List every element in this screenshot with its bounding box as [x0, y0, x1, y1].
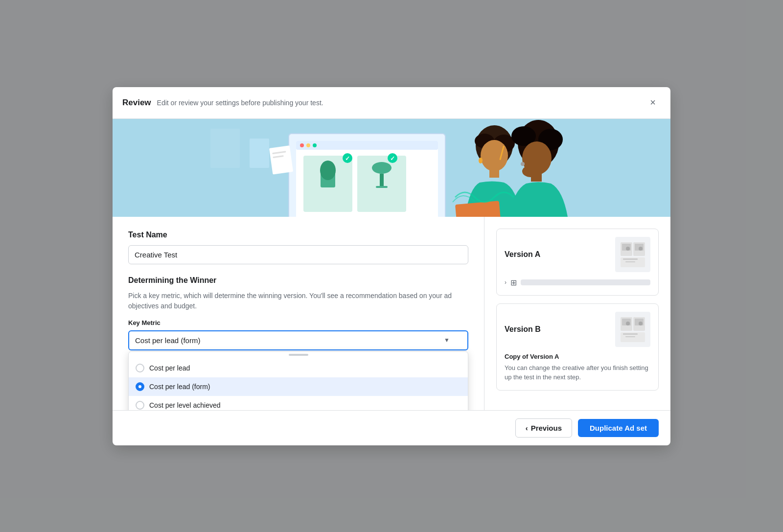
winner-section: Determining the Winner Pick a key metric…: [128, 276, 468, 350]
version-b-thumbnail: [615, 312, 650, 347]
left-panel: Test Name Determining the Winner Pick a …: [113, 217, 484, 410]
dropdown-item-2[interactable]: Cost per level achieved: [129, 396, 468, 410]
version-b-thumbnail-placeholder: [615, 312, 650, 347]
chevron-left-icon: ‹: [526, 424, 528, 432]
version-a-thumbnail: [615, 237, 650, 272]
radio-icon-1: [136, 382, 144, 391]
duplicate-label: Duplicate Ad set: [590, 424, 647, 432]
radio-icon-2: [136, 401, 144, 410]
version-a-row: › ⊞: [505, 278, 650, 287]
version-b-header: Version B: [505, 312, 650, 347]
test-name-label: Test Name: [128, 231, 468, 239]
dropdown-item-0[interactable]: Cost per lead: [129, 359, 468, 377]
modal-header: Review Edit or review your settings befo…: [113, 87, 670, 119]
dropdown-arrow-icon: ▼: [444, 337, 450, 344]
version-a-thumbnail-placeholder: [615, 237, 650, 272]
test-name-input[interactable]: [128, 245, 468, 264]
version-a-thumb-image: [618, 240, 647, 269]
key-metric-dropdown: Cost per lead Cost per lead (form) Cost …: [128, 351, 468, 410]
dropdown-item-label-2: Cost per level achieved: [149, 401, 221, 409]
svg-rect-14: [380, 174, 384, 186]
test-name-section: Test Name: [128, 231, 468, 264]
modal-subtitle: Edit or review your settings before publ…: [157, 99, 323, 107]
close-button[interactable]: ×: [645, 95, 661, 111]
svg-rect-56: [623, 333, 638, 335]
modal-overlay: Review Edit or review your settings befo…: [0, 0, 783, 532]
close-icon: ×: [650, 97, 656, 108]
review-modal: Review Edit or review your settings befo…: [113, 87, 670, 445]
right-panel: Version A: [484, 217, 670, 410]
svg-point-13: [372, 162, 392, 174]
hero-illustration-container: ✓ ✓: [113, 119, 670, 217]
radio-icon-0: [136, 364, 144, 372]
svg-rect-46: [623, 258, 638, 260]
svg-point-54: [626, 322, 630, 325]
svg-rect-20: [269, 145, 293, 174]
hero-illustration: ✓ ✓: [113, 119, 670, 217]
winner-section-description: Pick a key metric, which will determine …: [128, 291, 468, 311]
svg-rect-5: [296, 141, 438, 150]
modal-title: Review: [122, 98, 151, 108]
dropdown-item-1[interactable]: Cost per lead (form): [129, 377, 468, 396]
version-b-thumb-image: [618, 315, 647, 344]
version-a-header: Version A: [505, 237, 650, 272]
svg-rect-47: [625, 261, 635, 262]
svg-point-55: [639, 322, 643, 325]
previous-label: Previous: [531, 424, 562, 432]
selected-metric-text: Cost per lead (form): [135, 336, 200, 345]
version-a-title: Version A: [505, 250, 540, 259]
version-a-card: Version A: [496, 229, 659, 296]
dropdown-item-label-1: Cost per lead (form): [149, 383, 210, 391]
duplicate-adset-button[interactable]: Duplicate Ad set: [578, 419, 659, 437]
version-b-description: You can change the creative after you fi…: [505, 363, 650, 382]
key-metric-select[interactable]: Cost per lead (form) ▼: [128, 330, 468, 350]
svg-rect-2: [250, 139, 269, 168]
key-metric-select-container: Cost per lead (form) ▼ Cost per lead: [128, 330, 468, 350]
svg-point-12: [320, 161, 336, 180]
version-b-subtitle: Copy of Version A: [505, 353, 650, 360]
svg-point-45: [639, 247, 643, 251]
svg-rect-1: [210, 129, 240, 168]
dropdown-item-label-0: Cost per lead: [149, 364, 190, 372]
svg-point-44: [626, 247, 630, 251]
modal-body: Test Name Determining the Winner Pick a …: [113, 217, 670, 410]
svg-text:✓: ✓: [345, 155, 350, 162]
svg-point-7: [306, 143, 310, 147]
svg-point-28: [479, 158, 483, 163]
version-b-card: Version B: [496, 303, 659, 391]
svg-point-6: [300, 143, 304, 147]
version-b-title: Version B: [505, 325, 541, 334]
svg-rect-35: [531, 173, 542, 182]
svg-point-8: [313, 143, 317, 147]
svg-rect-57: [625, 336, 635, 337]
grid-icon-a: ⊞: [510, 278, 517, 287]
svg-rect-27: [489, 168, 499, 178]
previous-button[interactable]: ‹ Previous: [515, 418, 572, 438]
svg-point-26: [481, 140, 508, 171]
svg-point-36: [521, 162, 525, 166]
version-a-name-bar: [521, 279, 650, 285]
dropdown-scroll-indicator: [289, 354, 308, 356]
version-b-info: Copy of Version A You can change the cre…: [505, 353, 650, 382]
winner-section-title: Determining the Winner: [128, 276, 468, 285]
svg-text:✓: ✓: [390, 155, 395, 162]
svg-rect-15: [376, 186, 388, 188]
modal-footer: ‹ Previous Duplicate Ad set: [113, 410, 670, 445]
key-metric-label: Key Metric: [128, 319, 468, 326]
expand-icon-a[interactable]: ›: [505, 279, 507, 286]
